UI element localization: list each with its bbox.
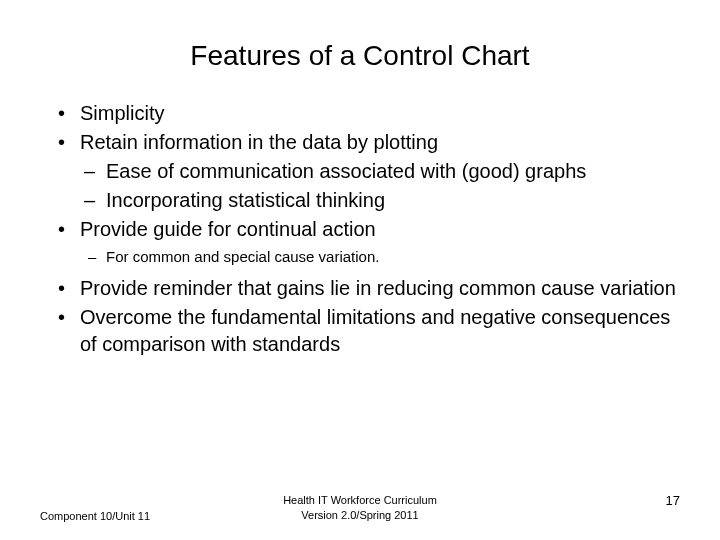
bullet-item: Retain information in the data by plotti… — [58, 129, 680, 156]
main-bullet-list: Simplicity Retain information in the dat… — [40, 100, 680, 358]
slide-title: Features of a Control Chart — [40, 40, 680, 72]
sub-bullet-item: Incorporating statistical thinking — [84, 187, 680, 214]
bullet-item: Simplicity — [58, 100, 680, 127]
bullet-item: Provide reminder that gains lie in reduc… — [58, 275, 680, 302]
slide-footer: Component 10/Unit 11 Health IT Workforce… — [0, 493, 720, 522]
footer-center: Health IT Workforce Curriculum Version 2… — [253, 493, 466, 522]
bullet-item: Overcome the fundamental limitations and… — [58, 304, 680, 358]
sub-bullet-list: Ease of communication associated with (g… — [58, 158, 680, 214]
sub-bullet-item-small: For common and special cause variation. — [88, 246, 680, 267]
slide-number: 17 — [467, 493, 680, 508]
slide-container: Features of a Control Chart Simplicity R… — [0, 0, 720, 540]
sub-bullet-item: Ease of communication associated with (g… — [84, 158, 680, 185]
footer-center-line2: Version 2.0/Spring 2011 — [253, 508, 466, 522]
footer-center-line1: Health IT Workforce Curriculum — [253, 493, 466, 507]
sub-bullet-list-small: For common and special cause variation. — [58, 246, 680, 267]
bullet-item: Provide guide for continual action — [58, 216, 680, 243]
footer-left: Component 10/Unit 11 — [40, 510, 253, 522]
